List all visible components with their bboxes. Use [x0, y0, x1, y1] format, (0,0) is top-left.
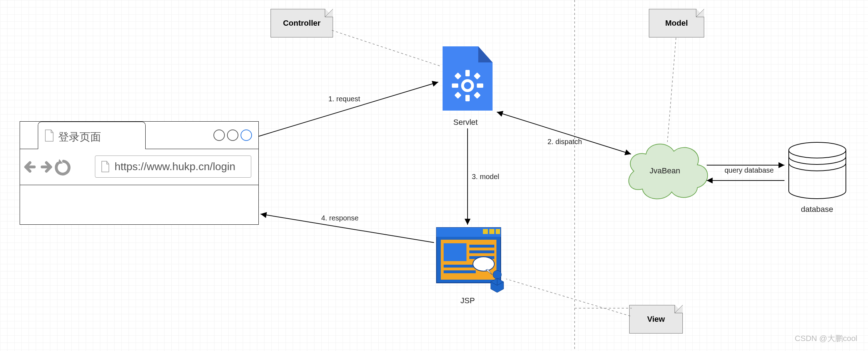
javabean-label: JvaBean	[650, 166, 680, 176]
jsp-window-icon	[434, 225, 509, 292]
svg-point-23	[493, 270, 501, 279]
page-icon	[44, 129, 55, 142]
window-circle-3	[241, 129, 252, 141]
svg-point-9	[464, 82, 471, 89]
window-circle-1	[213, 129, 225, 141]
svg-rect-14	[496, 229, 500, 234]
address-bar-url: https://www.hukp.cn/login	[115, 161, 236, 173]
svg-line-29	[506, 279, 630, 316]
watermark: CSDN @大鹏cool	[795, 333, 857, 344]
browser-window: 登录页面 https://www.hukp.cn/login	[20, 121, 259, 225]
svg-rect-20	[444, 265, 476, 268]
database-icon	[785, 141, 849, 202]
svg-point-24	[789, 142, 846, 158]
note-model-label: Model	[665, 19, 688, 28]
svg-line-31	[497, 112, 631, 154]
svg-point-22	[473, 257, 494, 271]
svg-line-27	[332, 30, 441, 66]
page-icon	[100, 161, 110, 173]
note-controller-label: Controller	[283, 19, 321, 28]
svg-rect-3	[452, 83, 458, 88]
edge-request-label: 1. request	[328, 95, 360, 103]
nav-controls-icon	[24, 156, 88, 178]
svg-line-28	[667, 38, 676, 142]
note-controller: Controller	[271, 9, 333, 37]
window-circle-2	[227, 129, 238, 141]
edge-model-label: 3. model	[472, 173, 499, 181]
servlet-label: Servlet	[453, 118, 478, 127]
edge-dispatch-label: 2. dispatch	[547, 138, 582, 146]
svg-rect-2	[465, 95, 470, 101]
browser-tab-title: 登录页面	[58, 130, 101, 144]
jsp-label: JSP	[460, 296, 475, 305]
database-label: database	[801, 205, 833, 214]
note-model: Model	[649, 9, 704, 37]
svg-rect-18	[469, 250, 494, 253]
svg-rect-12	[483, 229, 488, 234]
svg-rect-13	[489, 229, 494, 234]
servlet-file-icon	[439, 43, 496, 114]
edge-response-label: 4. response	[321, 214, 359, 222]
svg-rect-17	[469, 245, 494, 248]
svg-rect-1	[465, 70, 470, 76]
svg-line-30	[259, 82, 438, 136]
edge-query-db-label: query database	[725, 166, 774, 174]
note-view: View	[629, 305, 683, 334]
svg-rect-21	[444, 270, 476, 273]
note-view-label: View	[647, 315, 665, 324]
svg-rect-16	[444, 243, 466, 261]
svg-rect-4	[477, 83, 483, 88]
